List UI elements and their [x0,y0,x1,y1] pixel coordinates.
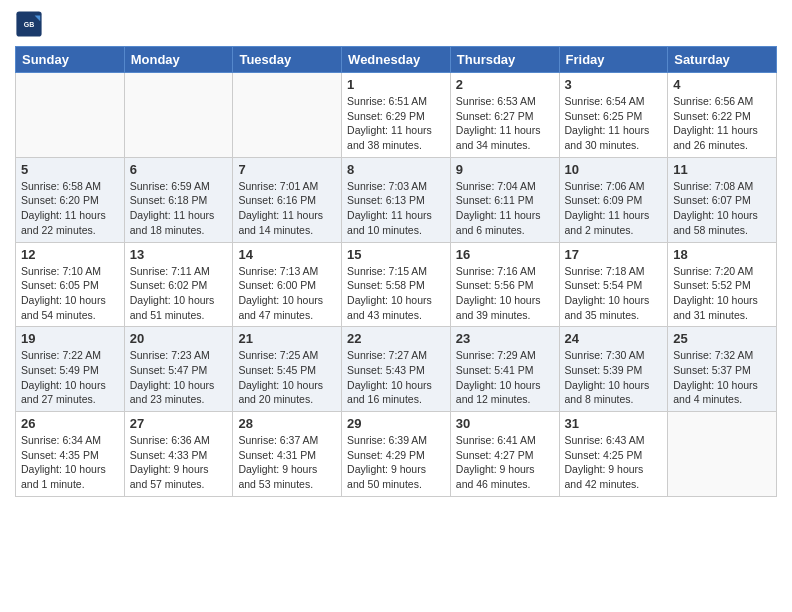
day-cell [124,73,233,158]
day-cell: 12Sunrise: 7:10 AM Sunset: 6:05 PM Dayli… [16,242,125,327]
day-info: Sunrise: 7:08 AM Sunset: 6:07 PM Dayligh… [673,179,771,238]
day-number: 26 [21,416,119,431]
week-row: 5Sunrise: 6:58 AM Sunset: 6:20 PM Daylig… [16,157,777,242]
day-cell: 4Sunrise: 6:56 AM Sunset: 6:22 PM Daylig… [668,73,777,158]
day-cell: 10Sunrise: 7:06 AM Sunset: 6:09 PM Dayli… [559,157,668,242]
day-number: 28 [238,416,336,431]
day-number: 16 [456,247,554,262]
day-number: 14 [238,247,336,262]
day-info: Sunrise: 7:06 AM Sunset: 6:09 PM Dayligh… [565,179,663,238]
day-cell: 13Sunrise: 7:11 AM Sunset: 6:02 PM Dayli… [124,242,233,327]
day-info: Sunrise: 7:10 AM Sunset: 6:05 PM Dayligh… [21,264,119,323]
day-info: Sunrise: 7:32 AM Sunset: 5:37 PM Dayligh… [673,348,771,407]
day-info: Sunrise: 6:36 AM Sunset: 4:33 PM Dayligh… [130,433,228,492]
day-number: 29 [347,416,445,431]
day-cell: 11Sunrise: 7:08 AM Sunset: 6:07 PM Dayli… [668,157,777,242]
day-cell: 14Sunrise: 7:13 AM Sunset: 6:00 PM Dayli… [233,242,342,327]
day-number: 23 [456,331,554,346]
day-info: Sunrise: 6:53 AM Sunset: 6:27 PM Dayligh… [456,94,554,153]
day-number: 2 [456,77,554,92]
day-cell: 18Sunrise: 7:20 AM Sunset: 5:52 PM Dayli… [668,242,777,327]
week-row: 1Sunrise: 6:51 AM Sunset: 6:29 PM Daylig… [16,73,777,158]
day-cell: 31Sunrise: 6:43 AM Sunset: 4:25 PM Dayli… [559,412,668,497]
day-number: 11 [673,162,771,177]
day-number: 6 [130,162,228,177]
day-cell: 23Sunrise: 7:29 AM Sunset: 5:41 PM Dayli… [450,327,559,412]
day-cell: 6Sunrise: 6:59 AM Sunset: 6:18 PM Daylig… [124,157,233,242]
day-cell [668,412,777,497]
day-info: Sunrise: 7:29 AM Sunset: 5:41 PM Dayligh… [456,348,554,407]
day-cell: 8Sunrise: 7:03 AM Sunset: 6:13 PM Daylig… [342,157,451,242]
day-info: Sunrise: 6:56 AM Sunset: 6:22 PM Dayligh… [673,94,771,153]
day-info: Sunrise: 7:01 AM Sunset: 6:16 PM Dayligh… [238,179,336,238]
day-cell: 25Sunrise: 7:32 AM Sunset: 5:37 PM Dayli… [668,327,777,412]
day-cell: 7Sunrise: 7:01 AM Sunset: 6:16 PM Daylig… [233,157,342,242]
weekday-header: Monday [124,47,233,73]
logo: GB [15,10,47,38]
week-row: 26Sunrise: 6:34 AM Sunset: 4:35 PM Dayli… [16,412,777,497]
day-number: 10 [565,162,663,177]
day-info: Sunrise: 6:51 AM Sunset: 6:29 PM Dayligh… [347,94,445,153]
day-cell: 17Sunrise: 7:18 AM Sunset: 5:54 PM Dayli… [559,242,668,327]
day-info: Sunrise: 6:54 AM Sunset: 6:25 PM Dayligh… [565,94,663,153]
day-number: 3 [565,77,663,92]
day-number: 30 [456,416,554,431]
day-number: 5 [21,162,119,177]
day-number: 9 [456,162,554,177]
day-cell: 29Sunrise: 6:39 AM Sunset: 4:29 PM Dayli… [342,412,451,497]
day-info: Sunrise: 7:22 AM Sunset: 5:49 PM Dayligh… [21,348,119,407]
page: GB SundayMondayTuesdayWednesdayThursdayF… [0,0,792,507]
day-info: Sunrise: 7:23 AM Sunset: 5:47 PM Dayligh… [130,348,228,407]
day-info: Sunrise: 7:11 AM Sunset: 6:02 PM Dayligh… [130,264,228,323]
day-info: Sunrise: 6:39 AM Sunset: 4:29 PM Dayligh… [347,433,445,492]
day-cell: 9Sunrise: 7:04 AM Sunset: 6:11 PM Daylig… [450,157,559,242]
day-info: Sunrise: 7:20 AM Sunset: 5:52 PM Dayligh… [673,264,771,323]
day-number: 7 [238,162,336,177]
day-number: 24 [565,331,663,346]
day-cell: 16Sunrise: 7:16 AM Sunset: 5:56 PM Dayli… [450,242,559,327]
day-info: Sunrise: 7:16 AM Sunset: 5:56 PM Dayligh… [456,264,554,323]
day-number: 8 [347,162,445,177]
day-cell: 5Sunrise: 6:58 AM Sunset: 6:20 PM Daylig… [16,157,125,242]
day-number: 22 [347,331,445,346]
day-number: 15 [347,247,445,262]
day-info: Sunrise: 7:03 AM Sunset: 6:13 PM Dayligh… [347,179,445,238]
day-info: Sunrise: 7:18 AM Sunset: 5:54 PM Dayligh… [565,264,663,323]
day-cell: 19Sunrise: 7:22 AM Sunset: 5:49 PM Dayli… [16,327,125,412]
weekday-header: Friday [559,47,668,73]
day-number: 18 [673,247,771,262]
day-number: 1 [347,77,445,92]
day-info: Sunrise: 7:04 AM Sunset: 6:11 PM Dayligh… [456,179,554,238]
day-info: Sunrise: 6:58 AM Sunset: 6:20 PM Dayligh… [21,179,119,238]
day-cell: 22Sunrise: 7:27 AM Sunset: 5:43 PM Dayli… [342,327,451,412]
day-cell: 21Sunrise: 7:25 AM Sunset: 5:45 PM Dayli… [233,327,342,412]
header: GB [15,10,777,38]
day-number: 13 [130,247,228,262]
day-info: Sunrise: 7:25 AM Sunset: 5:45 PM Dayligh… [238,348,336,407]
day-number: 20 [130,331,228,346]
weekday-header: Tuesday [233,47,342,73]
day-cell: 26Sunrise: 6:34 AM Sunset: 4:35 PM Dayli… [16,412,125,497]
day-info: Sunrise: 6:59 AM Sunset: 6:18 PM Dayligh… [130,179,228,238]
day-number: 27 [130,416,228,431]
day-number: 25 [673,331,771,346]
day-number: 19 [21,331,119,346]
day-cell: 24Sunrise: 7:30 AM Sunset: 5:39 PM Dayli… [559,327,668,412]
day-info: Sunrise: 7:27 AM Sunset: 5:43 PM Dayligh… [347,348,445,407]
weekday-header: Thursday [450,47,559,73]
day-number: 4 [673,77,771,92]
day-cell: 30Sunrise: 6:41 AM Sunset: 4:27 PM Dayli… [450,412,559,497]
day-number: 12 [21,247,119,262]
day-cell: 28Sunrise: 6:37 AM Sunset: 4:31 PM Dayli… [233,412,342,497]
day-info: Sunrise: 6:37 AM Sunset: 4:31 PM Dayligh… [238,433,336,492]
weekday-header-row: SundayMondayTuesdayWednesdayThursdayFrid… [16,47,777,73]
week-row: 12Sunrise: 7:10 AM Sunset: 6:05 PM Dayli… [16,242,777,327]
day-info: Sunrise: 7:15 AM Sunset: 5:58 PM Dayligh… [347,264,445,323]
day-info: Sunrise: 6:43 AM Sunset: 4:25 PM Dayligh… [565,433,663,492]
day-info: Sunrise: 7:30 AM Sunset: 5:39 PM Dayligh… [565,348,663,407]
day-info: Sunrise: 6:34 AM Sunset: 4:35 PM Dayligh… [21,433,119,492]
day-cell: 1Sunrise: 6:51 AM Sunset: 6:29 PM Daylig… [342,73,451,158]
day-cell: 15Sunrise: 7:15 AM Sunset: 5:58 PM Dayli… [342,242,451,327]
day-cell [16,73,125,158]
day-number: 31 [565,416,663,431]
